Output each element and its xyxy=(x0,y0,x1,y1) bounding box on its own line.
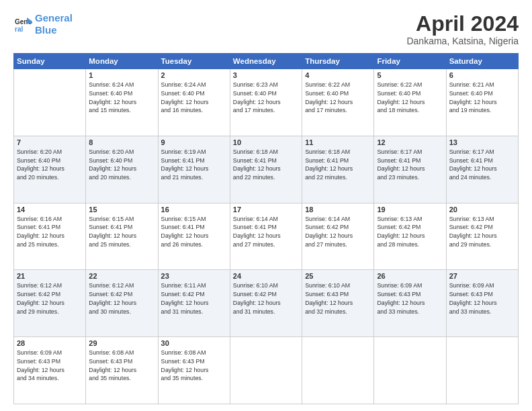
day-number: 25 xyxy=(305,272,371,280)
day-info: Sunrise: 6:17 AM Sunset: 6:41 PM Dayligh… xyxy=(377,148,443,182)
day-number: 20 xyxy=(449,205,515,214)
day-info: Sunrise: 6:09 AM Sunset: 6:43 PM Dayligh… xyxy=(17,349,83,383)
day-number: 5 xyxy=(377,71,443,79)
day-number: 28 xyxy=(17,339,83,347)
calendar-cell: 17Sunrise: 6:14 AM Sunset: 6:41 PM Dayli… xyxy=(230,203,302,270)
day-number: 7 xyxy=(17,138,83,146)
week-row-1: 1Sunrise: 6:24 AM Sunset: 6:40 PM Daylig… xyxy=(14,69,519,136)
day-number: 4 xyxy=(305,71,371,79)
logo-line2: Blue xyxy=(35,24,57,36)
calendar-cell: 18Sunrise: 6:14 AM Sunset: 6:42 PM Dayli… xyxy=(302,203,374,270)
day-number: 23 xyxy=(161,272,227,280)
day-number: 2 xyxy=(161,71,227,79)
calendar-cell: 5Sunrise: 6:22 AM Sunset: 6:40 PM Daylig… xyxy=(374,69,446,136)
header: Gene ral General Blue April 2024 Dankama… xyxy=(13,12,519,46)
day-info: Sunrise: 6:20 AM Sunset: 6:40 PM Dayligh… xyxy=(17,148,83,182)
day-info: Sunrise: 6:13 AM Sunset: 6:42 PM Dayligh… xyxy=(377,215,443,249)
logo-icon: Gene ral xyxy=(13,15,32,34)
calendar-table: SundayMondayTuesdayWednesdayThursdayFrid… xyxy=(13,53,519,404)
day-info: Sunrise: 6:15 AM Sunset: 6:41 PM Dayligh… xyxy=(161,215,227,249)
day-info: Sunrise: 6:13 AM Sunset: 6:42 PM Dayligh… xyxy=(449,215,515,249)
day-info: Sunrise: 6:14 AM Sunset: 6:41 PM Dayligh… xyxy=(233,215,299,249)
day-number: 21 xyxy=(17,272,83,280)
day-number: 13 xyxy=(449,138,515,146)
day-info: Sunrise: 6:22 AM Sunset: 6:40 PM Dayligh… xyxy=(305,81,371,115)
day-number: 6 xyxy=(449,71,515,79)
day-number: 9 xyxy=(161,138,227,146)
calendar-cell xyxy=(446,337,518,404)
day-info: Sunrise: 6:23 AM Sunset: 6:40 PM Dayligh… xyxy=(233,81,299,115)
day-info: Sunrise: 6:10 AM Sunset: 6:42 PM Dayligh… xyxy=(233,281,299,316)
calendar-cell: 22Sunrise: 6:12 AM Sunset: 6:42 PM Dayli… xyxy=(86,270,158,337)
title-block: April 2024 Dankama, Katsina, Nigeria xyxy=(406,12,519,46)
sub-title: Dankama, Katsina, Nigeria xyxy=(406,36,519,46)
main-title: April 2024 xyxy=(406,12,519,36)
calendar-cell: 25Sunrise: 6:10 AM Sunset: 6:43 PM Dayli… xyxy=(302,270,374,337)
day-number: 8 xyxy=(89,138,154,146)
day-number: 3 xyxy=(233,71,299,79)
col-header-wednesday: Wednesday xyxy=(230,54,302,69)
day-info: Sunrise: 6:09 AM Sunset: 6:43 PM Dayligh… xyxy=(377,281,443,316)
calendar-cell: 30Sunrise: 6:08 AM Sunset: 6:43 PM Dayli… xyxy=(158,337,230,404)
day-info: Sunrise: 6:18 AM Sunset: 6:41 PM Dayligh… xyxy=(233,148,299,182)
day-info: Sunrise: 6:14 AM Sunset: 6:42 PM Dayligh… xyxy=(305,215,371,249)
day-info: Sunrise: 6:21 AM Sunset: 6:40 PM Dayligh… xyxy=(449,81,515,115)
logo-text: General Blue xyxy=(35,12,73,36)
calendar-cell: 3Sunrise: 6:23 AM Sunset: 6:40 PM Daylig… xyxy=(230,69,302,136)
day-info: Sunrise: 6:08 AM Sunset: 6:43 PM Dayligh… xyxy=(161,349,227,383)
col-header-sunday: Sunday xyxy=(14,54,86,69)
day-number: 24 xyxy=(233,272,299,280)
calendar-cell: 26Sunrise: 6:09 AM Sunset: 6:43 PM Dayli… xyxy=(374,270,446,337)
calendar-cell: 1Sunrise: 6:24 AM Sunset: 6:40 PM Daylig… xyxy=(86,69,158,136)
calendar-cell: 11Sunrise: 6:18 AM Sunset: 6:41 PM Dayli… xyxy=(302,136,374,203)
calendar-cell: 13Sunrise: 6:17 AM Sunset: 6:41 PM Dayli… xyxy=(446,136,518,203)
day-info: Sunrise: 6:12 AM Sunset: 6:42 PM Dayligh… xyxy=(89,281,154,316)
day-number: 19 xyxy=(377,205,443,214)
col-header-friday: Friday xyxy=(374,54,446,69)
day-info: Sunrise: 6:18 AM Sunset: 6:41 PM Dayligh… xyxy=(305,148,371,182)
svg-text:ral: ral xyxy=(15,26,23,33)
week-row-3: 14Sunrise: 6:16 AM Sunset: 6:41 PM Dayli… xyxy=(14,203,519,270)
calendar-cell xyxy=(374,337,446,404)
day-info: Sunrise: 6:16 AM Sunset: 6:41 PM Dayligh… xyxy=(17,215,83,249)
calendar-cell: 23Sunrise: 6:11 AM Sunset: 6:42 PM Dayli… xyxy=(158,270,230,337)
day-number: 22 xyxy=(89,272,154,280)
col-header-tuesday: Tuesday xyxy=(158,54,230,69)
calendar-cell: 4Sunrise: 6:22 AM Sunset: 6:40 PM Daylig… xyxy=(302,69,374,136)
day-info: Sunrise: 6:09 AM Sunset: 6:43 PM Dayligh… xyxy=(449,281,515,316)
day-number: 16 xyxy=(161,205,227,214)
logo: Gene ral General Blue xyxy=(13,12,73,36)
day-info: Sunrise: 6:19 AM Sunset: 6:41 PM Dayligh… xyxy=(161,148,227,182)
day-info: Sunrise: 6:11 AM Sunset: 6:42 PM Dayligh… xyxy=(161,281,227,316)
week-row-2: 7Sunrise: 6:20 AM Sunset: 6:40 PM Daylig… xyxy=(14,136,519,203)
calendar-cell: 8Sunrise: 6:20 AM Sunset: 6:40 PM Daylig… xyxy=(86,136,158,203)
day-info: Sunrise: 6:24 AM Sunset: 6:40 PM Dayligh… xyxy=(161,81,227,115)
calendar-cell: 27Sunrise: 6:09 AM Sunset: 6:43 PM Dayli… xyxy=(446,270,518,337)
calendar-cell: 6Sunrise: 6:21 AM Sunset: 6:40 PM Daylig… xyxy=(446,69,518,136)
calendar-cell: 19Sunrise: 6:13 AM Sunset: 6:42 PM Dayli… xyxy=(374,203,446,270)
logo-line1: General xyxy=(35,12,73,24)
day-info: Sunrise: 6:24 AM Sunset: 6:40 PM Dayligh… xyxy=(89,81,154,115)
day-number: 11 xyxy=(305,138,371,146)
day-number: 30 xyxy=(161,339,227,347)
calendar-cell: 20Sunrise: 6:13 AM Sunset: 6:42 PM Dayli… xyxy=(446,203,518,270)
day-info: Sunrise: 6:20 AM Sunset: 6:40 PM Dayligh… xyxy=(89,148,154,182)
calendar-cell: 9Sunrise: 6:19 AM Sunset: 6:41 PM Daylig… xyxy=(158,136,230,203)
day-info: Sunrise: 6:22 AM Sunset: 6:40 PM Dayligh… xyxy=(377,81,443,115)
day-number: 1 xyxy=(89,71,154,79)
day-info: Sunrise: 6:08 AM Sunset: 6:43 PM Dayligh… xyxy=(89,349,154,383)
col-header-thursday: Thursday xyxy=(302,54,374,69)
day-number: 15 xyxy=(89,205,154,214)
calendar-cell: 2Sunrise: 6:24 AM Sunset: 6:40 PM Daylig… xyxy=(158,69,230,136)
calendar-cell: 10Sunrise: 6:18 AM Sunset: 6:41 PM Dayli… xyxy=(230,136,302,203)
calendar-cell: 14Sunrise: 6:16 AM Sunset: 6:41 PM Dayli… xyxy=(14,203,86,270)
day-info: Sunrise: 6:12 AM Sunset: 6:42 PM Dayligh… xyxy=(17,281,83,316)
calendar-cell: 15Sunrise: 6:15 AM Sunset: 6:41 PM Dayli… xyxy=(86,203,158,270)
day-number: 18 xyxy=(305,205,371,214)
day-number: 12 xyxy=(377,138,443,146)
day-number: 17 xyxy=(233,205,299,214)
day-number: 29 xyxy=(89,339,154,347)
col-header-monday: Monday xyxy=(86,54,158,69)
calendar-cell: 21Sunrise: 6:12 AM Sunset: 6:42 PM Dayli… xyxy=(14,270,86,337)
calendar-cell xyxy=(302,337,374,404)
